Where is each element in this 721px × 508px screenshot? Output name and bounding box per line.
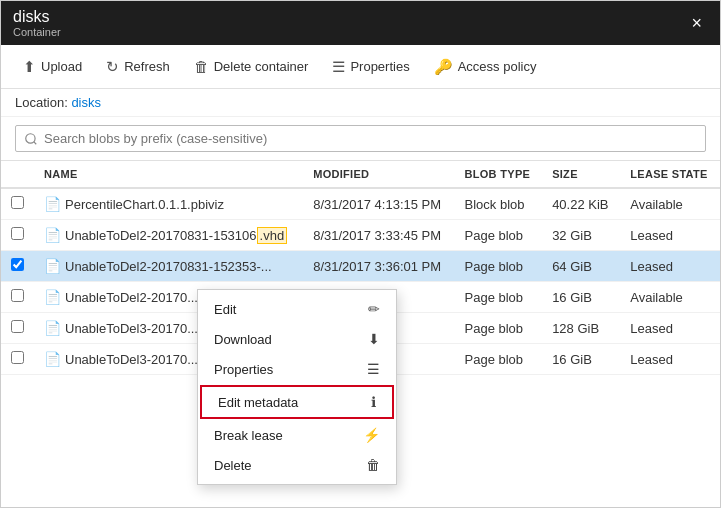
col-size: SIZE — [542, 161, 620, 188]
context-menu-break-lease[interactable]: Break lease ⚡ — [198, 420, 396, 450]
location-bar: Location: disks — [1, 89, 720, 117]
col-name: NAME — [34, 161, 303, 188]
upload-button[interactable]: ⬆ Upload — [13, 52, 92, 82]
row-lease-state: Leased — [620, 251, 720, 282]
context-edit-label: Edit — [214, 302, 236, 317]
delete-container-icon: 🗑 — [194, 58, 209, 75]
row-blob-type: Page blob — [455, 282, 543, 313]
info-icon: ℹ — [371, 394, 376, 410]
window-title: disks — [13, 8, 61, 26]
row-checkbox-cell[interactable] — [1, 282, 34, 313]
delete-icon: 🗑 — [366, 457, 380, 473]
file-icon: 📄 — [44, 258, 61, 274]
title-bar: disks Container × — [1, 1, 720, 45]
row-blob-type: Page blob — [455, 313, 543, 344]
toolbar: ⬆ Upload ↻ Refresh 🗑 Delete container ☰ … — [1, 45, 720, 89]
file-icon: 📄 — [44, 320, 61, 336]
location-link[interactable]: disks — [71, 95, 101, 110]
delete-container-label: Delete container — [214, 59, 309, 74]
properties-icon: ☰ — [332, 58, 345, 76]
row-size: 16 GiB — [542, 282, 620, 313]
edit-icon: ✏ — [368, 301, 380, 317]
download-icon: ⬇ — [368, 331, 380, 347]
row-name: 📄 PercentileChart.0.1.1.pbiviz — [34, 188, 303, 220]
row-modified: 8/31/2017 3:33:45 PM — [303, 220, 454, 251]
context-menu-download[interactable]: Download ⬇ — [198, 324, 396, 354]
upload-label: Upload — [41, 59, 82, 74]
delete-container-button[interactable]: 🗑 Delete container — [184, 52, 319, 81]
row-checkbox[interactable] — [11, 227, 24, 240]
row-size: 128 GiB — [542, 313, 620, 344]
col-modified: MODIFIED — [303, 161, 454, 188]
row-checkbox[interactable] — [11, 351, 24, 364]
upload-icon: ⬆ — [23, 58, 36, 76]
main-window: disks Container × ⬆ Upload ↻ Refresh 🗑 D… — [0, 0, 721, 508]
window-subtitle: Container — [13, 26, 61, 38]
context-menu-properties[interactable]: Properties ☰ — [198, 354, 396, 384]
properties-label: Properties — [350, 59, 409, 74]
file-icon: 📄 — [44, 351, 61, 367]
row-modified: 8/31/2017 4:13:15 PM — [303, 188, 454, 220]
title-bar-info: disks Container — [13, 8, 61, 38]
row-lease-state: Available — [620, 282, 720, 313]
context-menu-edit[interactable]: Edit ✏ — [198, 294, 396, 324]
row-size: 40.22 KiB — [542, 188, 620, 220]
access-policy-button[interactable]: 🔑 Access policy — [424, 52, 547, 82]
row-lease-state: Available — [620, 188, 720, 220]
row-checkbox-cell[interactable] — [1, 220, 34, 251]
row-size: 16 GiB — [542, 344, 620, 375]
row-modified: 8/31/2017 3:36:01 PM — [303, 251, 454, 282]
table-container: NAME MODIFIED BLOB TYPE SIZE LEASE STATE… — [1, 161, 720, 507]
row-checkbox-cell[interactable] — [1, 313, 34, 344]
location-prefix: Location: — [15, 95, 68, 110]
row-name: 📄 UnableToDel2-20170831-152353-... — [34, 251, 303, 282]
col-blob-type: BLOB TYPE — [455, 161, 543, 188]
row-checkbox[interactable] — [11, 320, 24, 333]
table-row[interactable]: 📄 PercentileChart.0.1.1.pbiviz 8/31/2017… — [1, 188, 720, 220]
row-blob-type: Page blob — [455, 220, 543, 251]
refresh-button[interactable]: ↻ Refresh — [96, 52, 180, 82]
row-blob-type: Page blob — [455, 344, 543, 375]
refresh-label: Refresh — [124, 59, 170, 74]
access-policy-icon: 🔑 — [434, 58, 453, 76]
access-policy-label: Access policy — [458, 59, 537, 74]
context-menu-edit-metadata[interactable]: Edit metadata ℹ — [200, 385, 394, 419]
row-size: 64 GiB — [542, 251, 620, 282]
close-button[interactable]: × — [685, 11, 708, 36]
table-row[interactable]: 📄 UnableToDel2-20170831-153106.vhd 8/31/… — [1, 220, 720, 251]
context-delete-label: Delete — [214, 458, 252, 473]
properties-button[interactable]: ☰ Properties — [322, 52, 419, 82]
file-icon: 📄 — [44, 227, 61, 243]
row-blob-type: Block blob — [455, 188, 543, 220]
table-header: NAME MODIFIED BLOB TYPE SIZE LEASE STATE — [1, 161, 720, 188]
context-properties-label: Properties — [214, 362, 273, 377]
context-edit-metadata-label: Edit metadata — [218, 395, 298, 410]
context-menu: Edit ✏ Download ⬇ Properties ☰ Edit meta… — [197, 289, 397, 485]
context-break-lease-label: Break lease — [214, 428, 283, 443]
context-menu-delete[interactable]: Delete 🗑 — [198, 450, 396, 480]
row-name: 📄 UnableToDel2-20170831-153106.vhd — [34, 220, 303, 251]
search-bar — [1, 117, 720, 161]
file-icon: 📄 — [44, 196, 61, 212]
row-checkbox[interactable] — [11, 196, 24, 209]
col-checkbox — [1, 161, 34, 188]
row-blob-type: Page blob — [455, 251, 543, 282]
file-icon: 📄 — [44, 289, 61, 305]
row-checkbox-cell[interactable] — [1, 188, 34, 220]
properties-icon: ☰ — [367, 361, 380, 377]
row-lease-state: Leased — [620, 344, 720, 375]
row-checkbox-cell[interactable] — [1, 344, 34, 375]
row-checkbox-cell[interactable] — [1, 251, 34, 282]
table-row[interactable]: 📄 UnableToDel2-20170831-152353-... 8/31/… — [1, 251, 720, 282]
row-lease-state: Leased — [620, 313, 720, 344]
row-size: 32 GiB — [542, 220, 620, 251]
col-lease-state: LEASE STATE — [620, 161, 720, 188]
context-download-label: Download — [214, 332, 272, 347]
refresh-icon: ↻ — [106, 58, 119, 76]
row-checkbox[interactable] — [11, 258, 24, 271]
break-lease-icon: ⚡ — [363, 427, 380, 443]
search-input[interactable] — [15, 125, 706, 152]
row-lease-state: Leased — [620, 220, 720, 251]
row-checkbox[interactable] — [11, 289, 24, 302]
